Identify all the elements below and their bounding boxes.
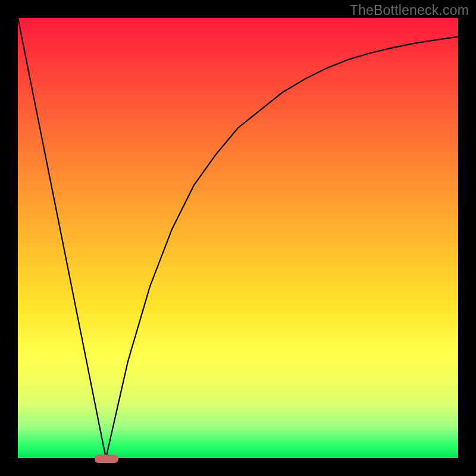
bottleneck-curve: [18, 18, 458, 458]
watermark-text: TheBottleneck.com: [350, 2, 469, 18]
optimum-marker: [95, 455, 118, 463]
chart-frame: TheBottleneck.com: [0, 0, 476, 476]
